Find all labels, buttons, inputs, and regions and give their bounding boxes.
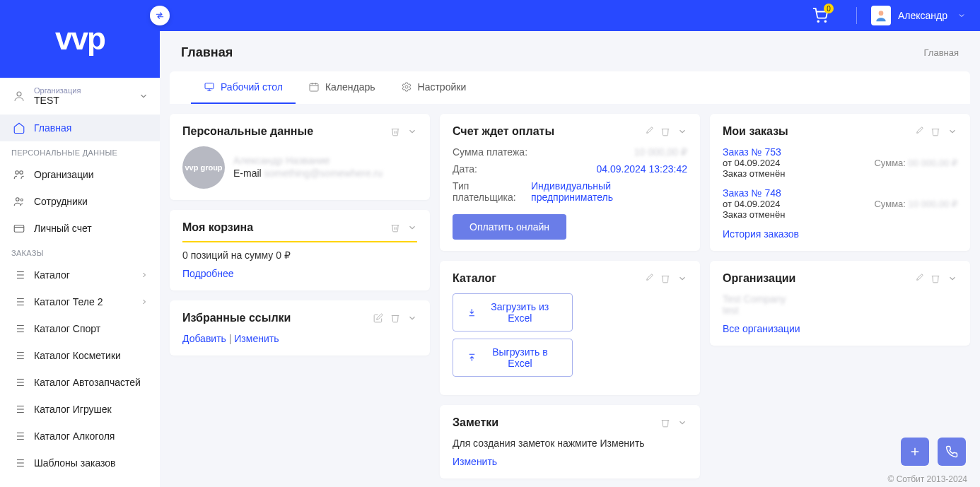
users-icon bbox=[11, 195, 27, 208]
card-cart: Моя корзина 0 позиций на сумму 0 ₽ Подро… bbox=[170, 210, 430, 291]
svg-point-4 bbox=[16, 171, 19, 175]
notes-edit-link[interactable]: Изменить bbox=[453, 456, 497, 467]
chevron-down-icon[interactable] bbox=[677, 418, 687, 428]
user-menu[interactable]: Александр bbox=[871, 6, 966, 25]
pencil-icon[interactable] bbox=[914, 274, 923, 283]
svg-point-59 bbox=[405, 86, 408, 88]
tabs: Рабочий стол Календарь Настройки bbox=[170, 71, 970, 104]
divider bbox=[856, 7, 857, 24]
card-favlinks: Избранные ссылки Добавить | Изменить bbox=[170, 300, 430, 356]
trash-icon[interactable] bbox=[390, 313, 400, 323]
sidebar-item-catalog-cosmetics[interactable]: Каталог Косметики bbox=[0, 342, 160, 369]
wallet-icon bbox=[11, 222, 27, 235]
trash-icon[interactable] bbox=[931, 127, 940, 136]
trash-icon[interactable] bbox=[660, 418, 670, 428]
phone-icon bbox=[945, 445, 958, 458]
chevron-down-icon[interactable] bbox=[407, 313, 417, 323]
sidebar-item-catalog-alcohol[interactable]: Каталог Алкоголя bbox=[0, 423, 160, 450]
order-link[interactable]: Заказ № 753 bbox=[723, 146, 957, 158]
cart-button[interactable]: 0 bbox=[812, 8, 828, 23]
org-name: TEST bbox=[34, 95, 132, 106]
monitor-icon bbox=[204, 81, 215, 93]
all-orgs-link[interactable]: Все организации bbox=[723, 323, 800, 334]
chevron-down-icon[interactable] bbox=[947, 274, 957, 283]
invoice-title: Счет ждет оплаты bbox=[453, 125, 554, 138]
svg-rect-8 bbox=[14, 225, 24, 233]
sidebar-item-main[interactable]: Главная bbox=[0, 115, 160, 141]
card-organizations: Организации Test Company test Все органи… bbox=[710, 261, 970, 346]
chevron-down-icon[interactable] bbox=[677, 127, 687, 136]
svg-point-2 bbox=[879, 11, 884, 16]
favlinks-title: Избранные ссылки bbox=[182, 312, 291, 324]
favlinks-edit-link[interactable]: Изменить bbox=[234, 333, 279, 344]
chevron-down-icon[interactable] bbox=[677, 274, 687, 283]
sidebar-item-order-templates[interactable]: Шаблоны заказов bbox=[0, 450, 160, 476]
page-title: Главная bbox=[181, 45, 233, 60]
plus-icon bbox=[909, 445, 921, 458]
svg-point-0 bbox=[817, 20, 819, 22]
import-excel-button[interactable]: Загрузить из Excel bbox=[453, 293, 573, 331]
card-catalog: Каталог Загрузить из Excel Выгрузить в E… bbox=[440, 261, 700, 395]
person-icon bbox=[874, 8, 888, 23]
cart-title: Моя корзина bbox=[182, 221, 253, 234]
trash-icon[interactable] bbox=[390, 223, 400, 233]
cart-badge: 0 bbox=[824, 4, 834, 13]
call-fab[interactable] bbox=[938, 438, 966, 466]
sidebar-item-catalog-autoparts[interactable]: Каталог Автозапчастей bbox=[0, 369, 160, 396]
profile-name: Александр Название bbox=[233, 155, 383, 166]
trash-icon[interactable] bbox=[660, 127, 670, 136]
cart-summary: 0 позиций на сумму 0 ₽ bbox=[182, 250, 417, 261]
swap-icon bbox=[155, 11, 165, 20]
svg-point-7 bbox=[21, 199, 23, 201]
sidebar-item-account[interactable]: Личный счет bbox=[0, 215, 160, 242]
dashboard: Персональные данные vvp group Александр … bbox=[160, 104, 980, 487]
notes-text: Для создания заметок нажмите Изменить bbox=[453, 438, 687, 449]
chevron-down-icon[interactable] bbox=[947, 127, 957, 136]
card-notes: Заметки Для создания заметок нажмите Изм… bbox=[440, 405, 700, 479]
col-1: Персональные данные vvp group Александр … bbox=[170, 114, 430, 356]
cart-more-link[interactable]: Подробнее bbox=[182, 268, 234, 279]
chevron-down-icon bbox=[139, 91, 148, 101]
sidebar-item-catalog[interactable]: Каталог bbox=[0, 262, 160, 288]
sidebar-item-catalog-sport[interactable]: Каталог Спорт bbox=[0, 315, 160, 342]
avatar bbox=[871, 6, 891, 25]
add-fab[interactable] bbox=[901, 438, 929, 466]
pencil-icon[interactable] bbox=[373, 313, 383, 323]
trash-icon[interactable] bbox=[390, 127, 400, 136]
tab-settings[interactable]: Настройки bbox=[388, 71, 479, 104]
card-personal: Персональные данные vvp group Александр … bbox=[170, 114, 430, 200]
list-icon bbox=[11, 430, 27, 442]
sidebar-item-staff[interactable]: Сотрудники bbox=[0, 188, 160, 215]
tab-desktop[interactable]: Рабочий стол bbox=[191, 71, 296, 104]
pay-online-button[interactable]: Оплатить онлайн bbox=[453, 214, 566, 240]
chevron-down-icon[interactable] bbox=[407, 127, 417, 136]
sidebar-item-organizations[interactable]: Организации bbox=[0, 161, 160, 188]
fab-group bbox=[901, 438, 966, 466]
favlinks-add-link[interactable]: Добавить bbox=[182, 333, 226, 344]
notes-title: Заметки bbox=[453, 416, 498, 429]
pencil-icon[interactable] bbox=[643, 274, 653, 283]
org-label: Организация bbox=[34, 86, 132, 95]
list-icon bbox=[11, 269, 27, 281]
trash-icon[interactable] bbox=[931, 274, 940, 283]
sidebar-item-catalog-toys[interactable]: Каталог Игрушек bbox=[0, 396, 160, 423]
pencil-icon[interactable] bbox=[914, 127, 923, 136]
pencil-icon[interactable] bbox=[643, 127, 653, 136]
chevron-down-icon[interactable] bbox=[407, 223, 417, 233]
order-link[interactable]: Заказ № 748 bbox=[723, 187, 957, 199]
svg-point-3 bbox=[17, 92, 21, 96]
svg-rect-57 bbox=[205, 83, 214, 89]
tab-calendar[interactable]: Календарь bbox=[296, 71, 388, 104]
catalog-title: Каталог bbox=[453, 272, 496, 285]
order-history-link[interactable]: История заказов bbox=[723, 228, 799, 240]
section-orders: ЗАКАЗЫ bbox=[0, 242, 160, 262]
export-excel-button[interactable]: Выгрузить в Excel bbox=[453, 339, 573, 377]
sidebar-item-catalog-tele2[interactable]: Каталог Теле 2 bbox=[0, 288, 160, 315]
svg-point-6 bbox=[16, 198, 20, 201]
org-selector[interactable]: Организация TEST bbox=[0, 78, 160, 115]
user-name: Александр bbox=[898, 10, 947, 21]
profile-avatar: vvp group bbox=[182, 146, 225, 189]
order-item: Заказ № 748 от 04.09.2024 Сумма: 10 000,… bbox=[723, 187, 957, 220]
trash-icon[interactable] bbox=[660, 274, 670, 283]
sidebar-toggle[interactable] bbox=[150, 6, 170, 25]
